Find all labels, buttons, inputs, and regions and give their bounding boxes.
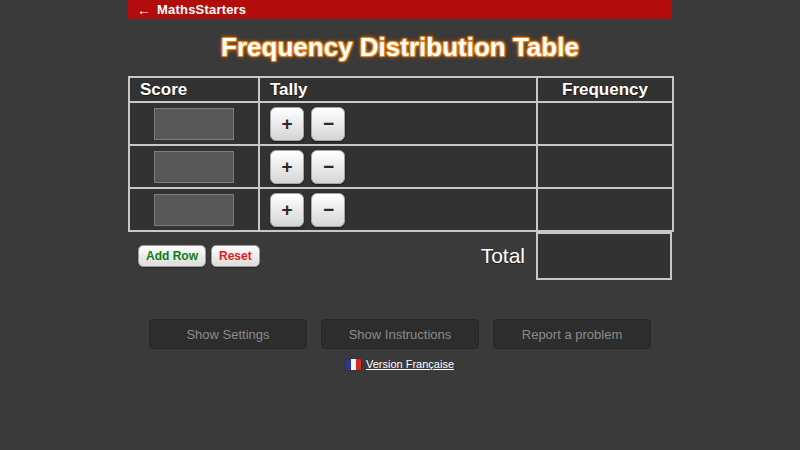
tally-plus-button[interactable]: + [270,107,304,141]
table-row: + − [129,188,673,231]
score-cell [129,188,259,231]
tally-cell: + − [259,188,537,231]
minus-icon: − [323,199,334,220]
brand-label: MathsStarters [157,2,246,17]
back-arrow-icon: ← [137,3,151,17]
plus-icon: + [281,113,292,134]
plus-icon: + [281,199,292,220]
footer-buttons: Show Settings Show Instructions Report a… [128,319,672,349]
language-row: Version Française [128,358,672,370]
score-input[interactable] [154,108,234,140]
plus-icon: + [281,156,292,177]
column-header-score: Score [129,77,259,102]
frequency-cell [537,188,673,231]
show-instructions-button[interactable]: Show Instructions [321,319,479,349]
score-input[interactable] [154,151,234,183]
tally-minus-button[interactable]: − [311,107,345,141]
table-row: + − [129,102,673,145]
column-header-frequency: Frequency [537,77,673,102]
back-link[interactable]: ← MathsStarters [128,0,672,19]
add-row-button[interactable]: Add Row [138,245,206,267]
total-row: Add Row Reset Total [128,232,672,280]
report-problem-button[interactable]: Report a problem [493,319,651,349]
total-value-cell [536,232,672,280]
total-label: Total [481,244,525,268]
tally-plus-button[interactable]: + [270,150,304,184]
tally-cell: + − [259,145,537,188]
tally-minus-button[interactable]: − [311,193,345,227]
french-version-link[interactable]: Version Française [366,358,454,370]
frequency-cell [537,145,673,188]
tally-minus-button[interactable]: − [311,150,345,184]
minus-icon: − [323,113,334,134]
table-header-row: Score Tally Frequency [129,77,673,102]
score-input[interactable] [154,194,234,226]
minus-icon: − [323,156,334,177]
frequency-cell [537,102,673,145]
score-cell [129,145,259,188]
column-header-tally: Tally [259,77,537,102]
french-flag-icon [346,359,361,370]
page-title: Frequency Distribution Table [128,32,672,63]
tally-plus-button[interactable]: + [270,193,304,227]
reset-button[interactable]: Reset [211,245,260,267]
score-cell [129,102,259,145]
frequency-table: Score Tally Frequency + − + − [128,76,674,232]
tally-cell: + − [259,102,537,145]
app-container: ← MathsStarters Frequency Distribution T… [128,0,672,370]
table-row: + − [129,145,673,188]
show-settings-button[interactable]: Show Settings [149,319,307,349]
